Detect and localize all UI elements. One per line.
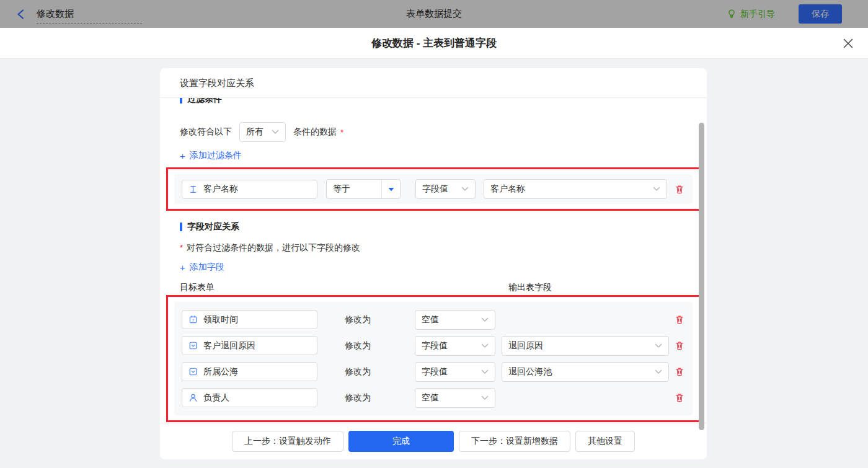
save-button[interactable]: 保存	[799, 4, 842, 24]
lightbulb-icon	[727, 9, 737, 19]
modal-body: 设置字段对应关系 过滤条件 修改符合以下 所有	[0, 59, 868, 468]
output-field-select[interactable]: 退回原因	[502, 336, 669, 356]
chevron-down-icon	[655, 343, 662, 348]
target-field-input[interactable]: 客户退回原因	[182, 336, 317, 355]
mapping-section-header: 字段对应关系	[180, 221, 687, 232]
filter-section-clipped: 过滤条件	[180, 98, 687, 106]
value-type-select[interactable]: 字段值	[415, 179, 476, 199]
mapping-row: 客户退回原因 修改为 字段值 退回原因	[182, 336, 685, 355]
mapping-section-title: 字段对应关系	[187, 221, 239, 232]
top-bar: 修改数据 表单数据提交 新手引导 保存	[0, 0, 868, 28]
annotation-box-mapping: 7 领取时间 修改为 空值	[166, 295, 701, 422]
filter-field-input[interactable]: 客户名称	[182, 180, 317, 199]
operator-select[interactable]: 等于	[326, 179, 401, 199]
modify-to-label: 修改为	[345, 314, 371, 325]
section-bar	[180, 223, 182, 231]
screen: 修改数据 表单数据提交 新手引导 保存 修改数据 - 主表到普通字段 设置字	[0, 0, 868, 468]
filter-value-select[interactable]: 客户名称	[484, 179, 667, 199]
user-icon	[188, 393, 198, 402]
close-button[interactable]	[842, 37, 854, 50]
column-target-form: 目标表单	[180, 282, 215, 292]
card-title: 设置字段对应关系	[160, 68, 707, 98]
target-field-input[interactable]: 7 领取时间	[182, 310, 317, 329]
close-icon	[842, 37, 854, 50]
target-field-input[interactable]: 负责人	[182, 388, 317, 407]
other-settings-button[interactable]: 其他设置	[575, 431, 635, 452]
beginner-guide-button[interactable]: 新手引导	[727, 0, 775, 28]
filter-row: 客户名称 等于 字段值	[174, 174, 693, 204]
match-prefix-label: 修改符合以下	[180, 126, 232, 138]
match-mode-select[interactable]: 所有	[239, 122, 286, 142]
modify-to-label: 修改为	[345, 392, 371, 404]
trash-icon	[675, 392, 684, 403]
calendar-icon: 7	[188, 315, 198, 324]
modal-header: 修改数据 - 主表到普通字段	[0, 28, 868, 59]
select-field-icon	[188, 367, 198, 376]
settings-card: 设置字段对应关系 过滤条件 修改符合以下 所有	[160, 68, 707, 459]
filter-section-title: 过滤条件	[187, 98, 222, 105]
add-field-link[interactable]: + 添加字段	[180, 262, 224, 273]
prev-step-button[interactable]: 上一步：设置触发动作	[232, 431, 343, 452]
chevron-down-icon	[655, 369, 662, 374]
chevron-down-icon	[481, 317, 489, 322]
mapping-rows: 7 领取时间 修改为 空值	[174, 302, 693, 415]
target-field-input[interactable]: 所属公海	[182, 362, 317, 381]
plus-icon: +	[180, 151, 185, 161]
delete-row-button[interactable]	[674, 314, 685, 325]
done-button[interactable]: 完成	[348, 431, 454, 452]
modify-to-label: 修改为	[345, 366, 371, 377]
add-filter-link[interactable]: + 添加过滤条件	[180, 150, 242, 161]
match-condition-row: 修改符合以下 所有 条件的数据 *	[180, 122, 687, 142]
svg-text:7: 7	[192, 318, 195, 322]
trash-icon	[675, 366, 684, 377]
delete-filter-button[interactable]	[674, 183, 685, 195]
output-field-select[interactable]: 退回公海池	[502, 362, 669, 382]
modify-mode-select[interactable]: 字段值	[415, 362, 495, 382]
trash-icon	[675, 314, 684, 325]
beginner-guide-label: 新手引导	[740, 9, 775, 20]
column-headers: 目标表单 输出表字段	[180, 282, 687, 292]
chevron-down-icon	[481, 369, 489, 374]
modify-mode-select[interactable]: 空值	[415, 388, 495, 408]
annotation-box-filter: 客户名称 等于 字段值	[166, 167, 701, 211]
plus-icon: +	[180, 262, 185, 273]
chevron-down-icon	[653, 187, 660, 192]
mapping-row: 7 领取时间 修改为 空值	[182, 310, 685, 329]
mapping-description: * 对符合过滤条件的数据，进行以下字段的修改	[180, 242, 687, 254]
caret-down-icon	[381, 180, 400, 198]
mapping-row: 所属公海 修改为 字段值 退回公海池	[182, 362, 685, 381]
modify-data-modal: 修改数据 - 主表到普通字段 设置字段对应关系 过滤条件	[0, 28, 868, 468]
mapping-row: 负责人 修改为 空值	[182, 388, 685, 407]
scroll-area: 过滤条件 修改符合以下 所有 条件的数据 *	[160, 98, 707, 423]
required-mark: *	[340, 128, 343, 137]
text-field-icon	[188, 185, 198, 194]
card-footer: 上一步：设置触发动作 完成 下一步：设置新增数据 其他设置	[160, 423, 707, 459]
delete-row-button[interactable]	[674, 340, 685, 351]
required-mark: *	[180, 243, 183, 252]
scrollbar-thumb[interactable]	[699, 123, 704, 430]
select-field-icon	[188, 341, 198, 350]
delete-row-button[interactable]	[674, 392, 685, 404]
modify-mode-select[interactable]: 空值	[415, 310, 495, 330]
chevron-down-icon	[272, 130, 279, 135]
modal-title: 修改数据 - 主表到普通字段	[371, 36, 497, 50]
modify-to-label: 修改为	[345, 340, 371, 351]
chevron-down-icon	[461, 187, 469, 192]
column-output-field: 输出表字段	[508, 282, 552, 293]
next-step-button[interactable]: 下一步：设置新增数据	[459, 431, 570, 452]
trash-icon	[675, 340, 684, 351]
chevron-down-icon	[481, 395, 489, 400]
delete-row-button[interactable]	[674, 366, 685, 377]
modify-mode-select[interactable]: 字段值	[415, 336, 495, 356]
match-suffix-label: 条件的数据	[293, 126, 337, 138]
chevron-down-icon	[481, 343, 489, 348]
section-bar	[180, 98, 182, 104]
trash-icon	[675, 184, 684, 195]
